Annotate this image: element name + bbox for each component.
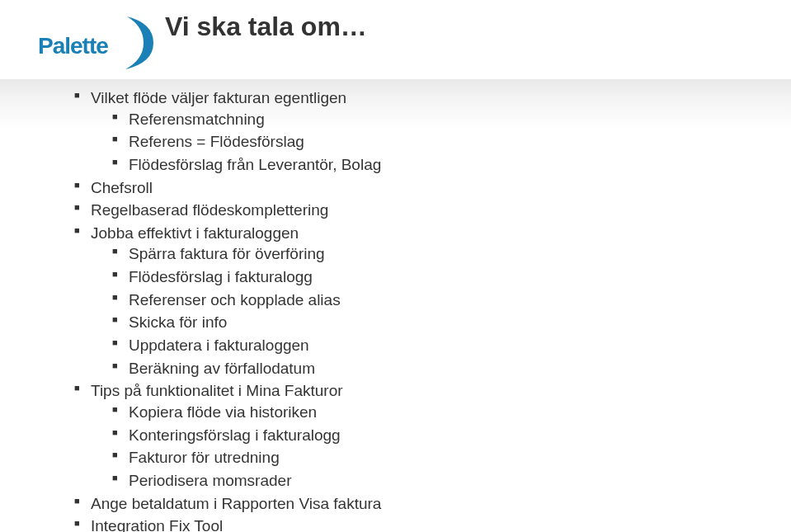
- slide-title: Vi ska tala om…: [165, 12, 367, 42]
- list-item: Skicka för info: [91, 312, 718, 333]
- list-item: Konteringsförslag i fakturalogg: [91, 425, 718, 446]
- list-item-text: Konteringsförslag i fakturalogg: [129, 426, 341, 444]
- list-item: Fakturor för utredning: [91, 447, 718, 468]
- list-item-text: Referensmatchning: [129, 111, 265, 128]
- list-item: Uppdatera i fakturaloggen: [91, 335, 718, 356]
- list-item: Vilket flöde väljer fakturan egentligen …: [74, 87, 718, 176]
- list-item-text: Tips på funktionalitet i Mina Fakturor: [91, 382, 343, 399]
- list-item: Referensmatchning: [91, 109, 718, 130]
- list-item: Regelbaserad flödeskomplettering: [74, 200, 718, 221]
- logo-wordmark: Palette: [38, 33, 108, 59]
- slide-content: Vilket flöde väljer fakturan egentligen …: [74, 87, 718, 532]
- list-item: Tips på funktionalitet i Mina Fakturor K…: [74, 380, 718, 491]
- list-item: Kopiera flöde via historiken: [91, 402, 718, 423]
- list-item-text: Periodisera momsrader: [129, 472, 291, 489]
- list-item-text: Uppdatera i fakturaloggen: [129, 337, 309, 354]
- list-item: Beräkning av förfallodatum: [91, 358, 718, 379]
- list-item-text: Referenser och kopplade alias: [129, 291, 341, 308]
- list-item-text: Beräkning av förfallodatum: [129, 360, 315, 377]
- list-item: Periodisera momsrader: [91, 470, 718, 492]
- list-item-text: Ange betaldatum i Rapporten Visa faktura: [91, 495, 381, 512]
- list-item-text: Regelbaserad flödeskomplettering: [91, 201, 328, 219]
- list-item-text: Chefsroll: [91, 179, 153, 196]
- list-item-text: Referens = Flödesförslag: [129, 133, 304, 150]
- list-item: Jobba effektivt i fakturaloggen Spärra f…: [74, 223, 718, 379]
- list-item: Chefsroll: [74, 177, 718, 199]
- list-item-text: Kopiera flöde via historiken: [129, 403, 317, 421]
- list-item-text: Vilket flöde väljer fakturan egentligen: [91, 89, 346, 106]
- list-item: Flödesförslag i fakturalogg: [91, 266, 718, 288]
- list-item-text: Jobba effektivt i fakturaloggen: [91, 224, 299, 242]
- list-item: Ange betaldatum i Rapporten Visa faktura: [74, 493, 718, 515]
- list-item: Spärra faktura för överföring: [91, 243, 718, 265]
- list-item: Flödesförslag från Leverantör, Bolag: [91, 154, 718, 176]
- list-item: Integration Fix Tool: [74, 516, 718, 532]
- list-item-text: Skicka för info: [129, 313, 227, 331]
- logo-swoosh-icon: [119, 12, 157, 73]
- bullet-list: Vilket flöde väljer fakturan egentligen …: [74, 87, 718, 532]
- list-item: Referenser och kopplade alias: [91, 290, 718, 311]
- list-item-text: Fakturor för utredning: [129, 449, 280, 466]
- list-item-text: Flödesförslag i fakturalogg: [129, 268, 313, 285]
- slide: Palette Vi ska tala om… Vilket flöde väl…: [0, 0, 791, 532]
- list-item-text: Flödesförslag från Leverantör, Bolag: [129, 156, 381, 173]
- brand-logo: Palette: [38, 12, 150, 78]
- list-item: Referens = Flödesförslag: [91, 131, 718, 153]
- list-item-text: Integration Fix Tool: [91, 517, 223, 532]
- list-item-text: Spärra faktura för överföring: [129, 245, 325, 262]
